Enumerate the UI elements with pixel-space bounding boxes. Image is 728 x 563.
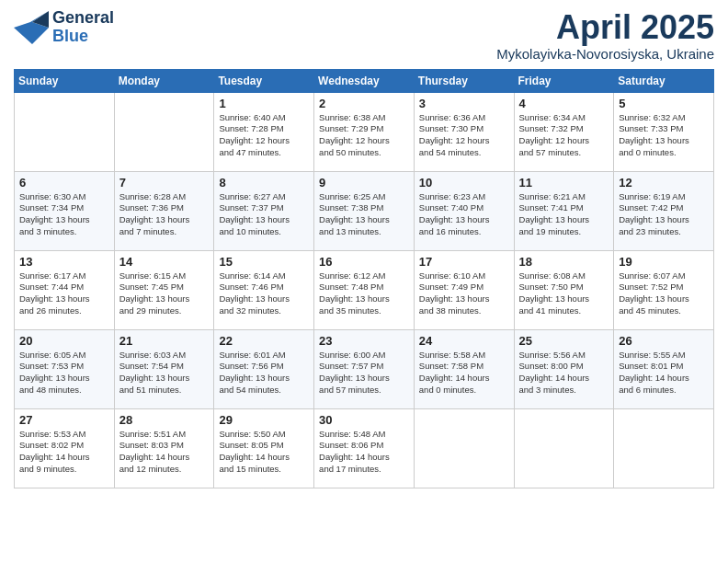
calendar-cell: 22Sunrise: 6:01 AMSunset: 7:56 PMDayligh… <box>214 329 314 408</box>
day-number: 26 <box>619 334 709 348</box>
calendar-cell: 21Sunrise: 6:03 AMSunset: 7:54 PMDayligh… <box>114 329 214 408</box>
title-block: April 2025 Mykolayivka-Novorosiyska, Ukr… <box>496 9 714 62</box>
day-number: 29 <box>219 413 309 427</box>
logo-icon <box>14 11 49 44</box>
day-number: 16 <box>319 255 409 269</box>
calendar-cell: 23Sunrise: 6:00 AMSunset: 7:57 PMDayligh… <box>314 329 415 408</box>
calendar-cell <box>114 92 214 171</box>
day-info: Sunrise: 6:03 AMSunset: 7:54 PMDaylight:… <box>119 350 210 396</box>
calendar-cell: 11Sunrise: 6:21 AMSunset: 7:41 PMDayligh… <box>514 171 614 250</box>
week-row-3: 13Sunrise: 6:17 AMSunset: 7:44 PMDayligh… <box>15 250 714 329</box>
day-number: 30 <box>319 413 409 427</box>
day-info: Sunrise: 6:28 AMSunset: 7:36 PMDaylight:… <box>119 191 210 238</box>
page: General Blue April 2025 Mykolayivka-Novo… <box>0 0 728 563</box>
day-number: 7 <box>119 176 210 190</box>
weekday-header-thursday: Thursday <box>414 69 514 92</box>
week-row-2: 6Sunrise: 6:30 AMSunset: 7:34 PMDaylight… <box>15 171 714 250</box>
day-number: 15 <box>219 255 309 269</box>
day-info: Sunrise: 5:56 AMSunset: 8:00 PMDaylight:… <box>519 350 609 396</box>
day-number: 19 <box>619 255 709 269</box>
day-number: 20 <box>19 334 109 348</box>
calendar-cell: 2Sunrise: 6:38 AMSunset: 7:29 PMDaylight… <box>314 92 415 171</box>
day-number: 11 <box>519 176 609 190</box>
day-number: 25 <box>519 334 609 348</box>
day-info: Sunrise: 6:05 AMSunset: 7:53 PMDaylight:… <box>19 350 109 396</box>
day-info: Sunrise: 6:40 AMSunset: 7:28 PMDaylight:… <box>219 112 309 159</box>
calendar-cell: 12Sunrise: 6:19 AMSunset: 7:42 PMDayligh… <box>614 171 714 250</box>
calendar-cell: 20Sunrise: 6:05 AMSunset: 7:53 PMDayligh… <box>15 329 115 408</box>
day-info: Sunrise: 5:55 AMSunset: 8:01 PMDaylight:… <box>619 350 709 396</box>
calendar-cell <box>614 408 714 488</box>
weekday-header-sunday: Sunday <box>15 69 115 92</box>
day-number: 13 <box>19 255 109 269</box>
week-row-4: 20Sunrise: 6:05 AMSunset: 7:53 PMDayligh… <box>15 329 714 408</box>
week-row-5: 27Sunrise: 5:53 AMSunset: 8:02 PMDayligh… <box>15 408 714 488</box>
day-number: 12 <box>619 176 709 190</box>
day-number: 5 <box>619 97 709 110</box>
day-number: 2 <box>319 97 409 110</box>
day-number: 17 <box>419 255 509 269</box>
day-info: Sunrise: 5:50 AMSunset: 8:05 PMDaylight:… <box>219 429 309 476</box>
weekday-header-tuesday: Tuesday <box>214 69 314 92</box>
day-number: 10 <box>419 176 509 190</box>
week-row-1: 1Sunrise: 6:40 AMSunset: 7:28 PMDaylight… <box>15 92 714 171</box>
calendar-cell: 1Sunrise: 6:40 AMSunset: 7:28 PMDaylight… <box>214 92 314 171</box>
day-info: Sunrise: 6:08 AMSunset: 7:50 PMDaylight:… <box>519 270 609 317</box>
day-number: 9 <box>319 176 409 190</box>
calendar-cell: 26Sunrise: 5:55 AMSunset: 8:01 PMDayligh… <box>614 329 714 408</box>
day-info: Sunrise: 6:34 AMSunset: 7:32 PMDaylight:… <box>519 112 609 159</box>
weekday-header-monday: Monday <box>114 69 214 92</box>
calendar-cell: 3Sunrise: 6:36 AMSunset: 7:30 PMDaylight… <box>414 92 514 171</box>
calendar-cell: 15Sunrise: 6:14 AMSunset: 7:46 PMDayligh… <box>214 250 314 329</box>
day-info: Sunrise: 6:36 AMSunset: 7:30 PMDaylight:… <box>419 112 509 159</box>
day-number: 28 <box>119 413 210 427</box>
calendar-cell: 16Sunrise: 6:12 AMSunset: 7:48 PMDayligh… <box>314 250 415 329</box>
header: General Blue April 2025 Mykolayivka-Novo… <box>14 9 714 62</box>
calendar-cell: 7Sunrise: 6:28 AMSunset: 7:36 PMDaylight… <box>114 171 214 250</box>
day-number: 24 <box>419 334 509 348</box>
calendar-cell: 25Sunrise: 5:56 AMSunset: 8:00 PMDayligh… <box>514 329 614 408</box>
day-info: Sunrise: 6:00 AMSunset: 7:57 PMDaylight:… <box>319 350 409 396</box>
day-info: Sunrise: 6:30 AMSunset: 7:34 PMDaylight:… <box>19 191 109 238</box>
calendar-cell <box>414 408 514 488</box>
day-number: 14 <box>119 255 210 269</box>
day-info: Sunrise: 6:10 AMSunset: 7:49 PMDaylight:… <box>419 270 509 317</box>
logo-general: General <box>52 9 114 28</box>
calendar-cell: 9Sunrise: 6:25 AMSunset: 7:38 PMDaylight… <box>314 171 415 250</box>
day-info: Sunrise: 6:17 AMSunset: 7:44 PMDaylight:… <box>19 270 109 317</box>
logo: General Blue <box>14 9 114 46</box>
calendar-cell: 27Sunrise: 5:53 AMSunset: 8:02 PMDayligh… <box>15 408 115 488</box>
calendar-cell: 5Sunrise: 6:32 AMSunset: 7:33 PMDaylight… <box>614 92 714 171</box>
day-info: Sunrise: 6:12 AMSunset: 7:48 PMDaylight:… <box>319 270 409 317</box>
day-info: Sunrise: 5:48 AMSunset: 8:06 PMDaylight:… <box>319 429 409 476</box>
day-info: Sunrise: 6:21 AMSunset: 7:41 PMDaylight:… <box>519 191 609 238</box>
calendar-cell: 29Sunrise: 5:50 AMSunset: 8:05 PMDayligh… <box>214 408 314 488</box>
day-number: 21 <box>119 334 210 348</box>
day-number: 3 <box>419 97 509 110</box>
day-info: Sunrise: 6:15 AMSunset: 7:45 PMDaylight:… <box>119 270 210 317</box>
day-info: Sunrise: 6:01 AMSunset: 7:56 PMDaylight:… <box>219 350 309 396</box>
calendar-cell: 19Sunrise: 6:07 AMSunset: 7:52 PMDayligh… <box>614 250 714 329</box>
day-number: 18 <box>519 255 609 269</box>
calendar-cell: 8Sunrise: 6:27 AMSunset: 7:37 PMDaylight… <box>214 171 314 250</box>
weekday-header-saturday: Saturday <box>614 69 714 92</box>
day-number: 8 <box>219 176 309 190</box>
weekday-header-row: SundayMondayTuesdayWednesdayThursdayFrid… <box>15 69 714 92</box>
day-info: Sunrise: 5:51 AMSunset: 8:03 PMDaylight:… <box>119 429 210 476</box>
day-number: 22 <box>219 334 309 348</box>
calendar-cell <box>15 92 115 171</box>
calendar-cell: 13Sunrise: 6:17 AMSunset: 7:44 PMDayligh… <box>15 250 115 329</box>
calendar-cell: 24Sunrise: 5:58 AMSunset: 7:58 PMDayligh… <box>414 329 514 408</box>
calendar-cell <box>514 408 614 488</box>
day-number: 6 <box>19 176 109 190</box>
calendar-table: SundayMondayTuesdayWednesdayThursdayFrid… <box>14 69 714 488</box>
day-number: 4 <box>519 97 609 110</box>
day-info: Sunrise: 6:38 AMSunset: 7:29 PMDaylight:… <box>319 112 409 159</box>
weekday-header-friday: Friday <box>514 69 614 92</box>
day-number: 1 <box>219 97 309 110</box>
location-subtitle: Mykolayivka-Novorosiyska, Ukraine <box>496 46 714 62</box>
calendar-cell: 10Sunrise: 6:23 AMSunset: 7:40 PMDayligh… <box>414 171 514 250</box>
month-title: April 2025 <box>496 9 714 46</box>
calendar-cell: 14Sunrise: 6:15 AMSunset: 7:45 PMDayligh… <box>114 250 214 329</box>
day-info: Sunrise: 5:58 AMSunset: 7:58 PMDaylight:… <box>419 350 509 396</box>
